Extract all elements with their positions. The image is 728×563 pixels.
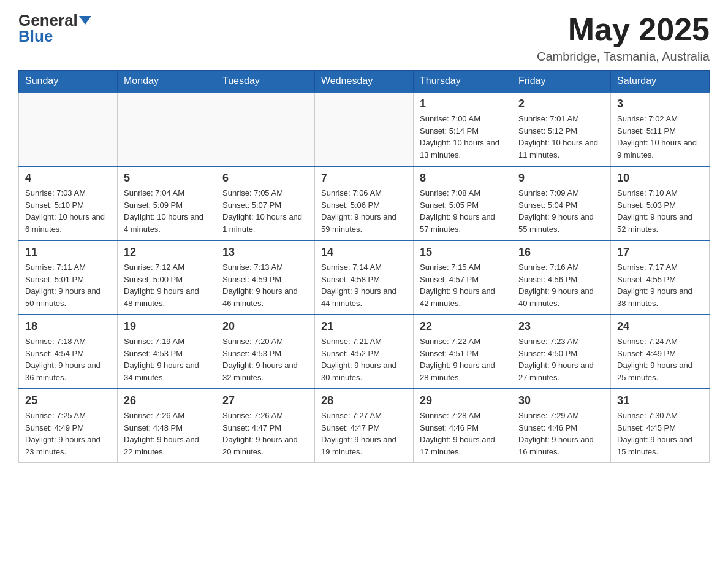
day-number: 9 [518, 172, 604, 185]
day-info: Sunrise: 7:13 AM Sunset: 4:59 PM Dayligh… [222, 261, 308, 309]
calendar-header-sunday: Sunday [19, 71, 118, 93]
calendar-cell: 17Sunrise: 7:17 AM Sunset: 4:55 PM Dayli… [611, 240, 710, 315]
calendar-cell: 11Sunrise: 7:11 AM Sunset: 5:01 PM Dayli… [19, 240, 118, 315]
day-number: 14 [321, 246, 407, 259]
day-number: 3 [617, 98, 703, 110]
calendar-cell: 7Sunrise: 7:06 AM Sunset: 5:06 PM Daylig… [315, 166, 414, 240]
day-info: Sunrise: 7:01 AM Sunset: 5:12 PM Dayligh… [518, 113, 604, 161]
day-number: 20 [222, 320, 308, 333]
day-number: 23 [518, 320, 604, 333]
calendar-cell [19, 92, 118, 166]
day-number: 29 [420, 394, 506, 407]
day-info: Sunrise: 7:25 AM Sunset: 4:49 PM Dayligh… [25, 410, 111, 458]
day-info: Sunrise: 7:03 AM Sunset: 5:10 PM Dayligh… [25, 187, 111, 235]
calendar-cell: 9Sunrise: 7:09 AM Sunset: 5:04 PM Daylig… [512, 166, 611, 240]
day-number: 25 [25, 394, 111, 407]
day-info: Sunrise: 7:26 AM Sunset: 4:47 PM Dayligh… [222, 410, 308, 458]
calendar-cell: 22Sunrise: 7:22 AM Sunset: 4:51 PM Dayli… [414, 315, 512, 389]
calendar-header-row: SundayMondayTuesdayWednesdayThursdayFrid… [19, 71, 710, 93]
logo: General Blue [18, 12, 91, 44]
day-info: Sunrise: 7:10 AM Sunset: 5:03 PM Dayligh… [617, 187, 703, 235]
calendar-header-monday: Monday [118, 71, 216, 93]
calendar-cell: 31Sunrise: 7:30 AM Sunset: 4:45 PM Dayli… [611, 389, 710, 463]
calendar-cell: 5Sunrise: 7:04 AM Sunset: 5:09 PM Daylig… [118, 166, 216, 240]
calendar-week-4: 18Sunrise: 7:18 AM Sunset: 4:54 PM Dayli… [19, 315, 710, 389]
calendar-week-3: 11Sunrise: 7:11 AM Sunset: 5:01 PM Dayli… [19, 240, 710, 315]
calendar-cell: 26Sunrise: 7:26 AM Sunset: 4:48 PM Dayli… [118, 389, 216, 463]
day-number: 13 [222, 246, 308, 259]
day-info: Sunrise: 7:16 AM Sunset: 4:56 PM Dayligh… [518, 261, 604, 309]
day-number: 1 [420, 98, 506, 110]
day-number: 10 [617, 172, 703, 185]
calendar: SundayMondayTuesdayWednesdayThursdayFrid… [18, 70, 710, 463]
calendar-cell: 29Sunrise: 7:28 AM Sunset: 4:46 PM Dayli… [414, 389, 512, 463]
day-info: Sunrise: 7:26 AM Sunset: 4:48 PM Dayligh… [124, 410, 210, 458]
calendar-cell: 14Sunrise: 7:14 AM Sunset: 4:58 PM Dayli… [315, 240, 414, 315]
month-title: May 2025 [537, 12, 710, 47]
day-info: Sunrise: 7:09 AM Sunset: 5:04 PM Dayligh… [518, 187, 604, 235]
day-info: Sunrise: 7:08 AM Sunset: 5:05 PM Dayligh… [420, 187, 506, 235]
calendar-cell: 27Sunrise: 7:26 AM Sunset: 4:47 PM Dayli… [216, 389, 315, 463]
day-info: Sunrise: 7:15 AM Sunset: 4:57 PM Dayligh… [420, 261, 506, 309]
calendar-cell [118, 92, 216, 166]
day-number: 5 [124, 172, 210, 185]
day-info: Sunrise: 7:30 AM Sunset: 4:45 PM Dayligh… [617, 410, 703, 458]
day-number: 18 [25, 320, 111, 333]
day-info: Sunrise: 7:11 AM Sunset: 5:01 PM Dayligh… [25, 261, 111, 309]
day-number: 30 [518, 394, 604, 407]
day-info: Sunrise: 7:20 AM Sunset: 4:53 PM Dayligh… [222, 335, 308, 383]
header: General Blue May 2025 Cambridge, Tasmani… [18, 12, 710, 64]
title-area: May 2025 Cambridge, Tasmania, Australia [537, 12, 710, 64]
day-number: 12 [124, 246, 210, 259]
day-number: 11 [25, 246, 111, 259]
day-info: Sunrise: 7:05 AM Sunset: 5:07 PM Dayligh… [222, 187, 308, 235]
calendar-cell: 6Sunrise: 7:05 AM Sunset: 5:07 PM Daylig… [216, 166, 315, 240]
calendar-cell: 30Sunrise: 7:29 AM Sunset: 4:46 PM Dayli… [512, 389, 611, 463]
day-number: 21 [321, 320, 407, 333]
day-number: 16 [518, 246, 604, 259]
calendar-cell: 24Sunrise: 7:24 AM Sunset: 4:49 PM Dayli… [611, 315, 710, 389]
day-number: 26 [124, 394, 210, 407]
calendar-week-1: 1Sunrise: 7:00 AM Sunset: 5:14 PM Daylig… [19, 92, 710, 166]
day-info: Sunrise: 7:21 AM Sunset: 4:52 PM Dayligh… [321, 335, 407, 383]
calendar-cell [216, 92, 315, 166]
day-number: 22 [420, 320, 506, 333]
calendar-header-tuesday: Tuesday [216, 71, 315, 93]
day-info: Sunrise: 7:24 AM Sunset: 4:49 PM Dayligh… [617, 335, 703, 383]
calendar-cell: 3Sunrise: 7:02 AM Sunset: 5:11 PM Daylig… [611, 92, 710, 166]
calendar-cell: 19Sunrise: 7:19 AM Sunset: 4:53 PM Dayli… [118, 315, 216, 389]
calendar-cell: 21Sunrise: 7:21 AM Sunset: 4:52 PM Dayli… [315, 315, 414, 389]
day-number: 4 [25, 172, 111, 185]
calendar-header-wednesday: Wednesday [315, 71, 414, 93]
day-number: 27 [222, 394, 308, 407]
day-info: Sunrise: 7:17 AM Sunset: 4:55 PM Dayligh… [617, 261, 703, 309]
calendar-cell: 13Sunrise: 7:13 AM Sunset: 4:59 PM Dayli… [216, 240, 315, 315]
calendar-cell: 12Sunrise: 7:12 AM Sunset: 5:00 PM Dayli… [118, 240, 216, 315]
calendar-cell: 25Sunrise: 7:25 AM Sunset: 4:49 PM Dayli… [19, 389, 118, 463]
day-info: Sunrise: 7:19 AM Sunset: 4:53 PM Dayligh… [124, 335, 210, 383]
day-number: 24 [617, 320, 703, 333]
day-info: Sunrise: 7:27 AM Sunset: 4:47 PM Dayligh… [321, 410, 407, 458]
day-info: Sunrise: 7:23 AM Sunset: 4:50 PM Dayligh… [518, 335, 604, 383]
calendar-cell: 10Sunrise: 7:10 AM Sunset: 5:03 PM Dayli… [611, 166, 710, 240]
logo-general-text: General [18, 12, 78, 28]
calendar-header-thursday: Thursday [414, 71, 512, 93]
day-number: 15 [420, 246, 506, 259]
day-info: Sunrise: 7:06 AM Sunset: 5:06 PM Dayligh… [321, 187, 407, 235]
calendar-cell: 15Sunrise: 7:15 AM Sunset: 4:57 PM Dayli… [414, 240, 512, 315]
calendar-cell: 8Sunrise: 7:08 AM Sunset: 5:05 PM Daylig… [414, 166, 512, 240]
calendar-cell: 23Sunrise: 7:23 AM Sunset: 4:50 PM Dayli… [512, 315, 611, 389]
day-info: Sunrise: 7:04 AM Sunset: 5:09 PM Dayligh… [124, 187, 210, 235]
calendar-cell: 20Sunrise: 7:20 AM Sunset: 4:53 PM Dayli… [216, 315, 315, 389]
day-number: 6 [222, 172, 308, 185]
calendar-week-2: 4Sunrise: 7:03 AM Sunset: 5:10 PM Daylig… [19, 166, 710, 240]
calendar-header-friday: Friday [512, 71, 611, 93]
calendar-cell: 1Sunrise: 7:00 AM Sunset: 5:14 PM Daylig… [414, 92, 512, 166]
page: General Blue May 2025 Cambridge, Tasmani… [0, 0, 728, 475]
calendar-cell: 4Sunrise: 7:03 AM Sunset: 5:10 PM Daylig… [19, 166, 118, 240]
day-number: 7 [321, 172, 407, 185]
calendar-cell: 18Sunrise: 7:18 AM Sunset: 4:54 PM Dayli… [19, 315, 118, 389]
day-number: 28 [321, 394, 407, 407]
calendar-week-5: 25Sunrise: 7:25 AM Sunset: 4:49 PM Dayli… [19, 389, 710, 463]
day-info: Sunrise: 7:14 AM Sunset: 4:58 PM Dayligh… [321, 261, 407, 309]
